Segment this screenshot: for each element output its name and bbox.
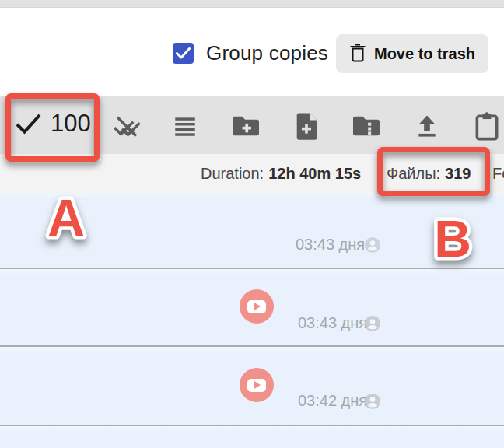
file-row[interactable] <box>0 426 504 448</box>
screen: Group copies Move to trash 100 <box>0 0 504 448</box>
toolbar: 100 <box>0 96 504 154</box>
group-copies-option[interactable]: Group copies <box>173 33 328 72</box>
list-view-button[interactable] <box>168 110 202 142</box>
files-label: Файлы: <box>387 165 440 183</box>
upload-button[interactable] <box>410 110 444 142</box>
add-file-icon <box>294 112 319 140</box>
selection-count-value: 100 <box>51 110 91 138</box>
duration-value: 12h 40m 15s <box>268 165 361 183</box>
move-to-trash-button[interactable]: Move to trash <box>336 34 488 73</box>
create-new-folder-icon <box>231 113 261 139</box>
add-file-button[interactable] <box>289 110 324 142</box>
youtube-icon <box>240 289 274 324</box>
deselect-all-button[interactable] <box>110 110 144 142</box>
paste-button[interactable] <box>470 110 504 142</box>
duration-label: Duration: <box>201 165 264 183</box>
person-icon <box>364 236 381 254</box>
top-strip <box>0 0 504 8</box>
paste-icon <box>474 112 499 141</box>
folder-contents-icon <box>352 113 381 139</box>
youtube-icon <box>240 368 274 402</box>
group-copies-checkbox[interactable] <box>173 43 194 64</box>
create-folder-button[interactable] <box>229 110 263 142</box>
file-row[interactable]: 03:43 дня <box>0 269 504 345</box>
move-to-trash-label: Move to trash <box>374 45 475 63</box>
row-time: 03:43 дня <box>298 314 367 332</box>
duration-stat: Duration: 12h 40m 15s <box>201 154 361 193</box>
file-list: 03:43 дня 03:43 дня 03:42 дн <box>0 193 504 448</box>
selection-count[interactable]: 100 <box>16 110 91 138</box>
file-row[interactable]: 03:43 дня <box>0 193 504 268</box>
upload-icon <box>414 112 440 140</box>
files-stat: Файлы: 319 <box>387 154 471 193</box>
status-bar: Duration: 12h 40m 15s Файлы: 319 Fo <box>0 154 504 193</box>
files-value: 319 <box>445 165 471 183</box>
check-icon <box>176 47 191 59</box>
group-copies-label: Group copies <box>206 41 328 65</box>
check-icon <box>16 113 41 135</box>
trash-icon <box>349 44 366 65</box>
reorder-list-icon <box>172 113 198 139</box>
deselect-all-icon <box>113 112 141 140</box>
person-icon <box>364 315 381 332</box>
row-time: 03:43 дня <box>296 236 365 254</box>
next-stat-fragment: Fo <box>492 154 504 193</box>
row-time: 03:42 дня <box>298 392 367 410</box>
person-icon <box>364 393 381 410</box>
file-row[interactable]: 03:42 дня <box>0 347 504 425</box>
folder-contents-button[interactable] <box>349 110 383 142</box>
